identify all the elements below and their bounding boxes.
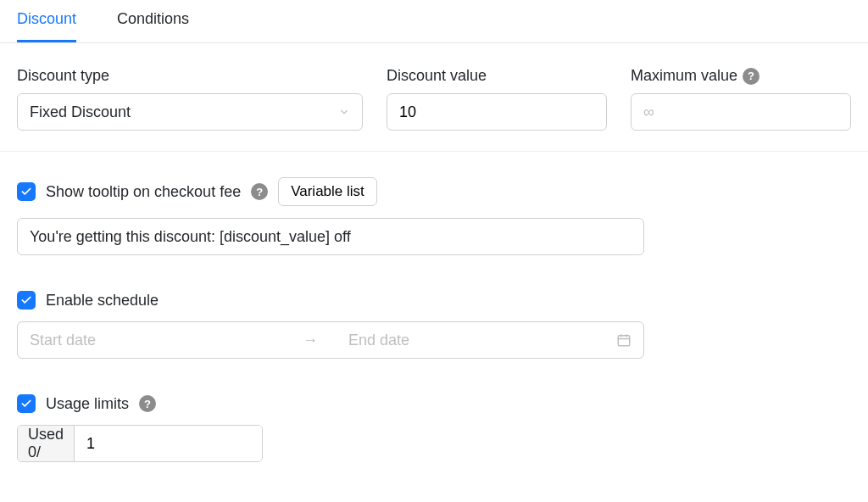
date-range-picker[interactable]: Start date → End date: [17, 321, 644, 359]
discount-value-input[interactable]: [387, 94, 607, 130]
maximum-value-field: Maximum value ? $: [631, 67, 851, 131]
usage-prefix: Used 0/: [18, 426, 75, 461]
help-icon[interactable]: ?: [251, 183, 268, 200]
tab-discount[interactable]: Discount: [17, 0, 76, 42]
variable-list-button[interactable]: Variable list: [278, 177, 377, 206]
maximum-value-input-group: $: [631, 93, 851, 131]
start-date-placeholder: Start date: [30, 332, 96, 349]
tooltip-checkbox-row: Show tooltip on checkout fee ? Variable …: [17, 177, 851, 206]
usage-checkbox-row: Usage limits ?: [17, 394, 851, 413]
end-date-placeholder: End date: [348, 332, 409, 349]
tooltip-checkbox[interactable]: [17, 182, 36, 201]
svg-rect-0: [618, 336, 630, 346]
discount-value-field: Discount value $: [387, 67, 607, 131]
discount-type-field: Discount type Fixed Discount: [17, 67, 363, 131]
tab-bar: Discount Conditions: [0, 0, 868, 43]
discount-type-label: Discount type: [17, 67, 363, 85]
maximum-value-label: Maximum value ?: [631, 67, 851, 85]
help-icon[interactable]: ?: [139, 395, 156, 412]
discount-value-label: Discount value: [387, 67, 607, 85]
tooltip-section: Show tooltip on checkout fee ? Variable …: [0, 152, 868, 265]
check-icon: [20, 398, 32, 410]
discount-type-select[interactable]: Fixed Discount: [17, 93, 363, 131]
usage-limits-section: Usage limits ? Used 0/: [0, 369, 868, 472]
discount-fields-row: Discount type Fixed Discount Discount va…: [0, 43, 868, 152]
usage-checkbox-label: Usage limits: [46, 395, 129, 413]
check-icon: [20, 186, 32, 198]
schedule-checkbox-row: Enable schedule: [17, 291, 851, 310]
schedule-checkbox-label: Enable schedule: [46, 292, 159, 310]
calendar-icon: [616, 332, 632, 348]
maximum-value-label-text: Maximum value: [631, 67, 737, 85]
arrow-right-icon: →: [303, 332, 318, 349]
schedule-checkbox[interactable]: [17, 291, 36, 310]
usage-checkbox[interactable]: [17, 394, 36, 413]
usage-limit-input[interactable]: [75, 426, 263, 461]
maximum-value-input[interactable]: [632, 94, 851, 130]
chevron-down-icon: [338, 106, 350, 118]
tab-conditions[interactable]: Conditions: [117, 0, 189, 42]
tooltip-text-input[interactable]: You're getting this discount: [discount_…: [17, 218, 644, 255]
discount-type-value: Fixed Discount: [30, 103, 131, 121]
usage-limit-input-group: Used 0/: [17, 425, 263, 462]
discount-value-input-group: $: [387, 93, 607, 131]
help-icon[interactable]: ?: [743, 68, 760, 85]
schedule-section: Enable schedule Start date → End date: [0, 265, 868, 369]
check-icon: [20, 294, 32, 306]
tooltip-checkbox-label: Show tooltip on checkout fee: [46, 183, 241, 201]
